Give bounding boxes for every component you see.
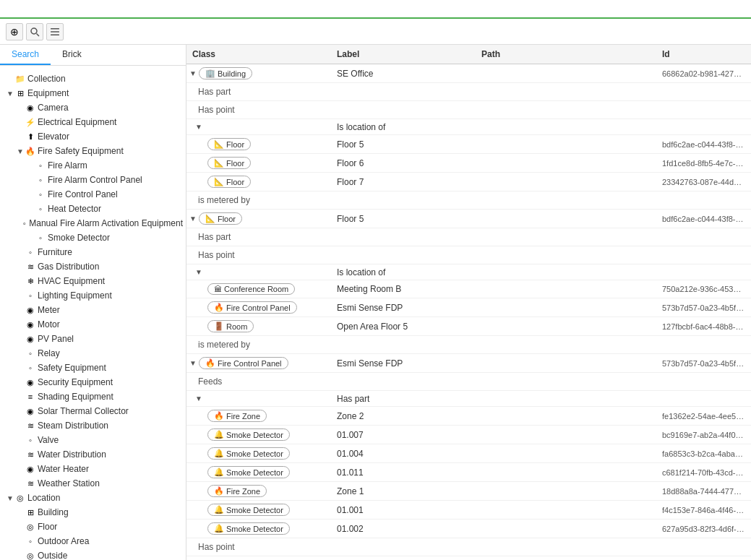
expand-arrow[interactable]: ▼ <box>195 268 202 276</box>
tree-toggle-location[interactable]: ▼ <box>6 494 14 502</box>
tree-toggle-fire-safety[interactable]: ▼ <box>16 147 25 155</box>
chip: 📐Floor <box>207 176 251 188</box>
section-label: Has point <box>186 540 235 554</box>
tree-item-safety-equip[interactable]: ◦Safety Equipment <box>0 361 186 375</box>
settings-button[interactable] <box>46 23 64 40</box>
chip-icon: 🔔 <box>214 430 224 439</box>
chip: 🔔Smoke Detector <box>207 504 290 516</box>
tree-item-fire-alarm[interactable]: ◦Fire Alarm <box>0 158 186 173</box>
cell-label: Floor 5 <box>331 139 476 150</box>
tab-search[interactable]: Search <box>0 45 51 65</box>
table-section-row[interactable]: ▼ 🔥Fire Control Panel Esmi Sense FDP 573… <box>186 354 751 373</box>
cell-label: Has part <box>331 393 476 405</box>
table-data-row[interactable]: 🏛Conference Room Meeting Room B 750a212e… <box>186 280 751 298</box>
tree-item-security-equip[interactable]: ◉Security Equipment <box>0 375 186 389</box>
tree-icon-fire-safety: 🔥 <box>25 145 36 157</box>
tree-icon-water-heater: ◉ <box>25 463 36 475</box>
tree-item-weather-station[interactable]: ≋Weather Station <box>0 476 186 491</box>
cell-path <box>476 126 656 128</box>
table-data-row[interactable]: 🔔Smoke Detector 01.007 bc9169e7-ab2a-44f… <box>186 426 751 444</box>
tree-label-smoke-detector: Smoke Detector <box>48 233 110 243</box>
table-body[interactable]: ▼ 🏢Building SE Office 66862a02-b981-4273… <box>186 64 751 560</box>
tree-item-smoke-detector[interactable]: ◦Smoke Detector <box>0 231 186 245</box>
table-data-row[interactable]: 📐Floor Floor 5 bdf6c2ae-c044-43f8-ba52-0… <box>186 135 751 154</box>
tree-icon-furniture: ◦ <box>25 246 36 258</box>
table-data-row[interactable]: 🔔Smoke Detector 01.004 fa6853c3-b2ca-4ab… <box>186 444 751 463</box>
expand-arrow[interactable]: ▼ <box>195 123 202 131</box>
tree-item-camera[interactable]: ◉Camera <box>0 100 186 115</box>
tree-item-outside[interactable]: ◎Outside <box>0 548 186 560</box>
cell-path <box>476 415 656 417</box>
table-data-row[interactable]: 🔥Fire Zone Zone 2 fe1362e2-54ae-4ee5-a40… <box>186 407 751 426</box>
tree-label-elevator: Elevator <box>38 132 69 142</box>
tree-item-gas-dist[interactable]: ≋Gas Distribution <box>0 259 186 274</box>
cell-id: f4c153e7-846a-4f46-99eb-9a2e3edbd6dl... <box>656 505 751 515</box>
tree-label-steam-dist: Steam Distribution <box>38 421 108 431</box>
tree-item-furniture[interactable]: ◦Furniture <box>0 245 186 259</box>
tree-icon-safety-equip: ◦ <box>25 362 36 374</box>
tree-item-solar-thermal[interactable]: ◉Solar Thermal Collector <box>0 404 186 418</box>
table-data-row[interactable]: 🔥Fire Zone Zone 1 18d88a8a-7444-477e-b09… <box>186 482 751 501</box>
tree-toggle-equipment[interactable]: ▼ <box>6 90 14 98</box>
chip-icon: 📐 <box>214 158 224 168</box>
table-section-row[interactable]: ▼ Is location of <box>186 119 751 135</box>
svg-rect-4 <box>51 34 59 35</box>
tree-icon-motor: ◉ <box>25 319 36 330</box>
tree-item-pv-panel[interactable]: ◉PV Panel <box>0 332 186 346</box>
expand-arrow[interactable]: ▼ <box>189 359 197 367</box>
table-label-row: Has point <box>186 538 751 556</box>
chip-icon: 🏛 <box>214 285 222 293</box>
cell-id: 66862a02-b981-4273-8857-dd1db34377... <box>656 69 751 79</box>
tree-item-outdoor-area[interactable]: ◦Outdoor Area <box>0 534 186 548</box>
add-button[interactable]: ⊕ <box>6 23 23 40</box>
table-section-row[interactable]: ▼ 📐Floor Floor 5 bdf6c2ae-c044-43f8-ba52… <box>186 210 751 228</box>
tree-item-water-heater[interactable]: ◉Water Heater <box>0 462 186 476</box>
table-section-row[interactable]: ▼ Is location of <box>186 264 751 280</box>
chip-icon: 🔔 <box>214 524 224 533</box>
tree-item-relay[interactable]: ◦Relay <box>0 346 186 361</box>
tree-item-motor[interactable]: ◉Motor <box>0 317 186 332</box>
table-data-row[interactable]: 🔔Smoke Detector 01.002 627a95d3-82f3-4d6… <box>186 520 751 538</box>
tree-item-valve[interactable]: ◦Valve <box>0 433 186 447</box>
tree-panel[interactable]: 📁Collection▼⊞Equipment◉Camera⚡Electrical… <box>0 70 186 560</box>
tree-item-fire-safety[interactable]: ▼🔥Fire Safety Equipment <box>0 144 186 158</box>
chip: 📐Floor <box>207 157 251 169</box>
tree-item-steam-dist[interactable]: ≋Steam Distribution <box>0 418 186 433</box>
tree-item-collection[interactable]: 📁Collection <box>0 72 186 86</box>
table-data-row[interactable]: 🚪Room Open Area Floor 5 127fbcbf-6ac4-48… <box>186 317 751 336</box>
cell-class: ▼ <box>186 394 331 403</box>
title-bar <box>0 0 751 19</box>
tree-item-elevator[interactable]: ⬆Elevator <box>0 129 186 144</box>
table-data-row[interactable]: 📐Floor Floor 7 23342763-087e-44d4-bc2d-c… <box>186 173 751 191</box>
expand-arrow[interactable]: ▼ <box>195 395 202 402</box>
tree-item-building[interactable]: ⊞Building <box>0 505 186 520</box>
tree-item-fire-alarm-control[interactable]: ◦Fire Alarm Control Panel <box>0 173 186 187</box>
tree-item-water-dist[interactable]: ≋Water Distribution <box>0 447 186 462</box>
search-button[interactable] <box>26 23 43 40</box>
table-data-row[interactable]: 🔥Fire Control Panel Esmi Sense FDP 573b7… <box>186 298 751 317</box>
tree-item-location[interactable]: ▼◎Location <box>0 491 186 505</box>
tree-item-fire-control-panel[interactable]: ◦Fire Control Panel <box>0 187 186 202</box>
tree-item-shading-equip[interactable]: ≡Shading Equipment <box>0 389 186 404</box>
tree-item-floor[interactable]: ◎Floor <box>0 520 186 534</box>
tree-item-meter[interactable]: ◉Meter <box>0 303 186 317</box>
table-data-row[interactable]: 🔔Smoke Detector 01.011 c681f214-70fb-43c… <box>186 463 751 482</box>
table-data-row[interactable]: 📐Floor Floor 6 1fd1ce8d-8fb5-4e7c-9b15-5… <box>186 154 751 173</box>
tab-brick[interactable]: Brick <box>51 45 93 65</box>
tree-label-floor: Floor <box>38 522 57 532</box>
table-section-row[interactable]: ▼ Has part <box>186 391 751 407</box>
tree-label-location: Location <box>27 493 60 503</box>
chip: 🔔Smoke Detector <box>207 522 290 535</box>
tree-item-electrical[interactable]: ⚡Electrical Equipment <box>0 115 186 129</box>
tree-item-heat-detector[interactable]: ◦Heat Detector <box>0 202 186 216</box>
tree-item-hvac[interactable]: ❄HVAC Equipment <box>0 274 186 288</box>
col-class: Class <box>186 48 331 61</box>
chip: 🔔Smoke Detector <box>207 428 290 441</box>
expand-arrow[interactable]: ▼ <box>189 69 197 77</box>
tree-item-manual-fire[interactable]: ◦Manual Fire Alarm Activation Equipment <box>0 216 186 231</box>
expand-arrow[interactable]: ▼ <box>189 215 197 223</box>
tree-item-lighting[interactable]: ◦Lighting Equipment <box>0 288 186 303</box>
table-section-row[interactable]: ▼ 🏢Building SE Office 66862a02-b981-4273… <box>186 64 751 83</box>
table-data-row[interactable]: 🔔Smoke Detector 01.001 f4c153e7-846a-4f4… <box>186 501 751 520</box>
tree-item-equipment[interactable]: ▼⊞Equipment <box>0 86 186 100</box>
